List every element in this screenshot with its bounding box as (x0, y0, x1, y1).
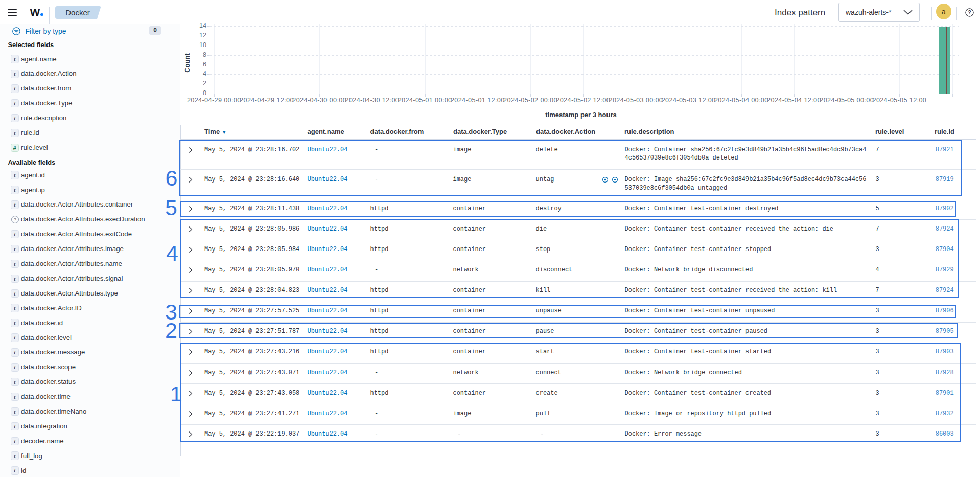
svg-text:?: ? (968, 9, 971, 15)
svg-text:?: ? (13, 217, 16, 222)
